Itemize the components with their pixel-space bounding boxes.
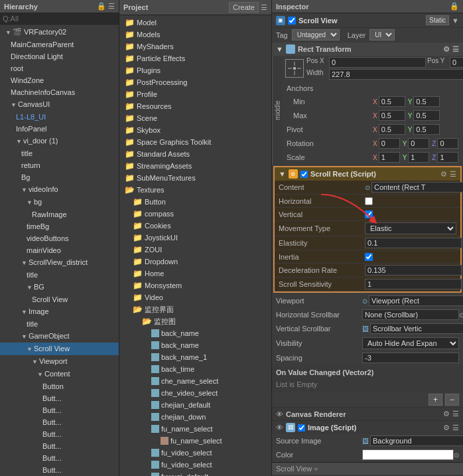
proj-chejiandown[interactable]: chejian_down bbox=[119, 411, 271, 423]
pivot-x-input[interactable] bbox=[379, 124, 405, 135]
proj-textures[interactable]: 📂Textures bbox=[119, 184, 271, 196]
rect-menu-icon[interactable]: ☰ bbox=[452, 45, 459, 54]
canvas-renderer-settings-icon[interactable]: ⚙ bbox=[443, 410, 450, 418]
proj-home[interactable]: 📁Home bbox=[119, 268, 271, 279]
proj-backtime[interactable]: back_time bbox=[119, 363, 271, 375]
proj-chejiandef[interactable]: chejian_default bbox=[119, 399, 271, 411]
project-create-label[interactable]: Create bbox=[229, 2, 259, 13]
viewport-input[interactable] bbox=[369, 295, 463, 306]
tree-title2[interactable]: title bbox=[0, 269, 119, 281]
proj-backname2[interactable]: back_name bbox=[119, 339, 271, 351]
proj-backname1[interactable]: back_name bbox=[119, 327, 271, 339]
rect-settings-icon[interactable]: ⚙ bbox=[443, 45, 450, 54]
proj-cookies[interactable]: 📁Cookies bbox=[119, 220, 271, 232]
hierarchy-search[interactable] bbox=[0, 13, 119, 25]
proj-skybox[interactable]: 📁Skybox bbox=[119, 124, 271, 136]
proj-backname1-1[interactable]: back_name_1 bbox=[119, 351, 271, 363]
scroll-rect-menu-icon[interactable]: ☰ bbox=[450, 170, 456, 179]
tree-return[interactable]: return bbox=[0, 159, 119, 171]
tree-btn2[interactable]: Butt... bbox=[0, 392, 119, 404]
proj-compass[interactable]: 📁compass bbox=[119, 208, 271, 220]
source-image-input[interactable] bbox=[370, 436, 463, 446]
tree-vidoor[interactable]: ▼vi_door (1) bbox=[0, 135, 119, 147]
horiz-scrollbar-input[interactable] bbox=[362, 309, 459, 320]
posy-input[interactable] bbox=[450, 57, 463, 68]
tree-bg3[interactable]: ▼BG bbox=[0, 281, 119, 293]
scale-z-input[interactable] bbox=[437, 152, 458, 163]
spacing-input[interactable] bbox=[362, 353, 459, 363]
tree-btn8[interactable]: Butt... bbox=[0, 464, 119, 476]
vert-scrollbar-input[interactable] bbox=[370, 323, 463, 334]
proj-video[interactable]: 📁Video bbox=[119, 291, 271, 303]
anchor-icon[interactable] bbox=[285, 59, 304, 78]
tree-rawimage[interactable]: RawImage bbox=[0, 208, 119, 220]
proj-models[interactable]: 📁Models bbox=[119, 29, 271, 40]
rect-expand-icon[interactable]: ▼ bbox=[276, 45, 283, 53]
add-event-button[interactable]: + bbox=[429, 394, 442, 406]
static-dropdown-icon[interactable]: ▼ bbox=[452, 17, 459, 25]
proj-chevidsel[interactable]: che_video_select bbox=[119, 387, 271, 399]
remove-event-button[interactable]: − bbox=[445, 394, 459, 406]
scale-y-input[interactable] bbox=[408, 152, 429, 163]
tree-main-camera[interactable]: MainCameraParent bbox=[0, 39, 119, 50]
pivot-y-input[interactable] bbox=[413, 124, 440, 135]
proj-model[interactable]: 📁Model bbox=[119, 17, 271, 29]
tree-title1[interactable]: title bbox=[0, 147, 119, 159]
tree-scrollview-district[interactable]: ▼ScrollView_district bbox=[0, 256, 119, 269]
deceleration-input[interactable] bbox=[365, 265, 462, 276]
inertia-checkbox[interactable] bbox=[365, 253, 373, 261]
proj-profile[interactable]: 📁Profile bbox=[119, 88, 271, 100]
proj-chenamesel[interactable]: che_name_select bbox=[119, 375, 271, 387]
horiz-scrollbar-pick-icon[interactable]: ⊙ bbox=[459, 311, 463, 319]
static-badge[interactable]: Static bbox=[426, 15, 449, 25]
tree-viewport[interactable]: ▼Viewport bbox=[0, 355, 119, 368]
proj-fuwuqidef[interactable]: fuwuqi_default bbox=[119, 471, 271, 476]
tree-canvasui[interactable]: ▼CanvasUI bbox=[0, 98, 119, 111]
tree-videoinfo[interactable]: ▼videoInfo bbox=[0, 183, 119, 196]
visibility-select[interactable]: Auto Hide And Expan bbox=[362, 337, 459, 349]
scroll-rect-enable-check[interactable] bbox=[300, 171, 308, 178]
proj-plugins[interactable]: 📁Plugins bbox=[119, 64, 271, 76]
content-input[interactable] bbox=[371, 182, 463, 193]
tree-gameobject[interactable]: ▼GameObject bbox=[0, 330, 119, 343]
min-y-input[interactable] bbox=[413, 96, 440, 107]
horizontal-checkbox[interactable] bbox=[365, 197, 373, 205]
movement-type-select[interactable]: Elastic bbox=[365, 222, 456, 234]
scale-x-input[interactable] bbox=[379, 152, 400, 163]
tree-btn3[interactable]: Butt... bbox=[0, 404, 119, 416]
max-y-input[interactable] bbox=[413, 110, 440, 121]
proj-button[interactable]: 📁Button bbox=[119, 196, 271, 208]
proj-funamesel1[interactable]: fu_name_select bbox=[119, 423, 271, 435]
proj-jiankong-map[interactable]: 📂监控图 bbox=[119, 315, 271, 327]
image-script-settings-icon[interactable]: ⚙ bbox=[443, 424, 450, 432]
proj-resources[interactable]: 📁Resources bbox=[119, 100, 271, 112]
tree-title3[interactable]: title bbox=[0, 318, 119, 330]
tree-infopanel[interactable]: InfoPanel bbox=[0, 123, 119, 135]
tree-btn5[interactable]: Butt... bbox=[0, 428, 119, 440]
proj-scene[interactable]: 📁Scene bbox=[119, 112, 271, 124]
image-script-eye-icon[interactable]: 👁 bbox=[276, 424, 283, 432]
tree-btn6[interactable]: Butt... bbox=[0, 440, 119, 452]
rot-x-input[interactable] bbox=[379, 138, 400, 149]
anchor-preset[interactable] bbox=[285, 59, 304, 78]
canvas-renderer-menu-icon[interactable]: ☰ bbox=[452, 410, 459, 418]
elasticity-input[interactable] bbox=[365, 238, 462, 248]
tree-bg2[interactable]: ▼bg bbox=[0, 196, 119, 208]
proj-fuvidsel2[interactable]: fu_video_select bbox=[119, 459, 271, 471]
tag-select[interactable]: Untagged bbox=[292, 29, 340, 40]
proj-submenu[interactable]: 📁SubMenuTextures bbox=[119, 172, 271, 184]
proj-monsystem[interactable]: 📁Monsystem bbox=[119, 279, 271, 291]
tree-scroll-view1[interactable]: Scroll View bbox=[0, 293, 119, 305]
hierarchy-menu-icon[interactable]: ☰ bbox=[108, 2, 115, 11]
proj-jiankong[interactable]: 📂监控界面 bbox=[119, 303, 271, 315]
tree-scroll-view-selected[interactable]: ▼Scroll View bbox=[0, 343, 119, 355]
proj-particle[interactable]: 📁Particle Effects bbox=[119, 52, 271, 64]
width-input[interactable] bbox=[329, 69, 463, 80]
tree-machineinfo[interactable]: MachineInfoCanvas bbox=[0, 86, 119, 98]
tree-content[interactable]: ▼Content bbox=[0, 368, 119, 380]
tree-btn4[interactable]: Butt... bbox=[0, 416, 119, 428]
tree-bg1[interactable]: Bg bbox=[0, 171, 119, 183]
proj-zoui[interactable]: 📁ZOUI bbox=[119, 244, 271, 256]
proj-streaming[interactable]: 📁StreamingAssets bbox=[119, 160, 271, 172]
posx-input[interactable] bbox=[329, 57, 426, 68]
